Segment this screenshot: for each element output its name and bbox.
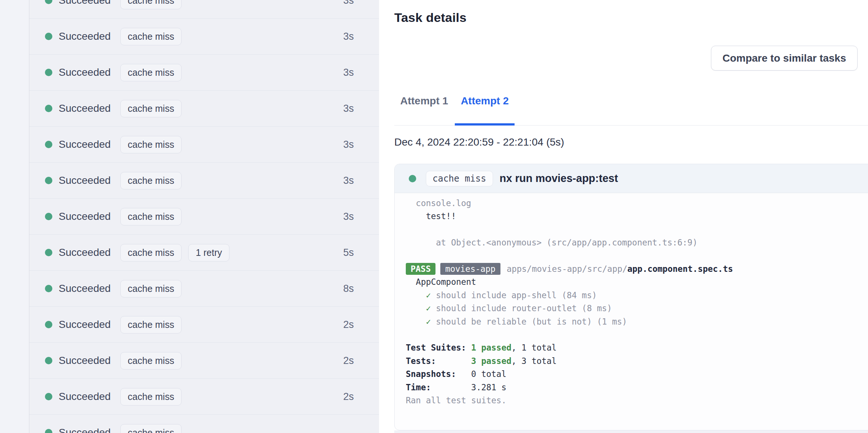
status-success-icon [409,175,416,182]
task-duration: 3s [343,31,354,42]
task-status-label: Succeeded [59,139,111,150]
task-badge: cache miss [120,388,182,406]
task-duration: 5s [343,247,354,258]
task-duration: 3s [343,139,354,150]
status-success-icon [45,69,52,76]
task-badge: cache miss [120,208,182,225]
task-badges: cache miss [120,0,182,9]
task-status-label: Succeeded [59,211,111,222]
task-badges: cache miss [120,424,182,433]
task-duration: 2s [343,391,354,403]
task-row[interactable]: Succeeded cache miss 3s [29,163,379,199]
status-success-icon [45,141,52,148]
task-badges: cache miss [120,64,182,81]
task-badges: cache miss [120,172,182,189]
status-success-icon [45,357,52,364]
task-row[interactable]: Succeeded cache miss [29,415,379,433]
task-badge: cache miss [120,100,182,117]
task-badges: cache miss [120,388,182,406]
cache-status-badge: cache miss [426,171,493,186]
status-success-icon [45,249,52,256]
task-duration: 2s [343,355,354,367]
task-rows: Succeeded cache miss 3s Succeeded cache … [29,0,379,433]
task-status-label: Succeeded [59,319,111,331]
task-duration: 3s [343,175,354,186]
status-success-icon [45,177,52,184]
task-duration: 3s [343,103,354,114]
attempt-tabs: Attempt 1Attempt 2 [394,92,868,126]
page-background-strip [394,430,868,433]
task-card-header[interactable]: cache miss nx run movies-app:test [395,164,868,193]
task-duration: 8s [343,283,354,294]
status-success-icon [45,321,52,328]
task-status-label: Succeeded [59,66,111,78]
task-status-label: Succeeded [59,0,111,6]
task-badge: cache miss [120,244,182,261]
task-card: cache miss nx run movies-app:test consol… [394,164,868,430]
task-row[interactable]: Succeeded cache miss 3s [29,0,379,19]
task-badges: cache miss [120,208,182,225]
status-success-icon [45,33,52,40]
task-list: Succeeded cache miss 3s Succeeded cache … [29,0,379,433]
task-status-label: Succeeded [59,30,111,42]
task-row[interactable]: Succeeded cache miss 3s [29,91,379,127]
status-success-icon [45,429,52,433]
task-badge: cache miss [120,316,182,333]
task-status-label: Succeeded [59,283,111,294]
status-success-icon [45,105,52,112]
status-success-icon [45,285,52,292]
task-row[interactable]: Succeeded cache miss 3s [29,19,379,55]
tab-attempt-1[interactable]: Attempt 1 [394,92,454,126]
page-title: Task details [394,10,467,25]
task-badge: cache miss [120,64,182,81]
task-duration: 3s [343,67,354,78]
task-row[interactable]: Succeeded cache miss 8s [29,271,379,307]
terminal-output[interactable]: console.log test!! at Object.<anonymous>… [395,193,868,407]
task-badge: cache miss [120,280,182,297]
task-badge: cache miss [120,136,182,153]
task-badge: 1 retry [188,244,229,261]
task-status-label: Succeeded [59,427,111,433]
task-badge: cache miss [120,352,182,369]
attempt-time-range: Dec 4, 2024 22:20:59 - 22:21:04 (5s) [394,136,564,148]
task-badges: cache miss1 retry [120,244,229,261]
task-row[interactable]: Succeeded cache miss 2s [29,307,379,343]
task-status-label: Succeeded [59,247,111,258]
task-badge: cache miss [120,28,182,45]
task-row[interactable]: Succeeded cache miss1 retry 5s [29,235,379,271]
task-row[interactable]: Succeeded cache miss 3s [29,127,379,163]
task-details-panel: Task details Compare to similar tasks At… [379,0,868,433]
task-row[interactable]: Succeeded cache miss 2s [29,343,379,379]
task-badge: cache miss [120,0,182,9]
task-badges: cache miss [120,100,182,117]
task-badges: cache miss [120,136,182,153]
task-row[interactable]: Succeeded cache miss 2s [29,379,379,415]
task-badge: cache miss [120,424,182,433]
task-duration: 3s [343,211,354,222]
task-badges: cache miss [120,28,182,45]
task-badges: cache miss [120,280,182,297]
task-badges: cache miss [120,352,182,369]
tab-attempt-2[interactable]: Attempt 2 [455,92,515,126]
task-row[interactable]: Succeeded cache miss 3s [29,199,379,235]
task-status-label: Succeeded [59,391,111,403]
task-row[interactable]: Succeeded cache miss 3s [29,55,379,91]
task-badge: cache miss [120,172,182,189]
task-status-label: Succeeded [59,102,111,114]
compare-to-similar-tasks-button[interactable]: Compare to similar tasks [711,46,858,71]
status-success-icon [45,393,52,400]
task-status-label: Succeeded [59,355,111,367]
task-status-label: Succeeded [59,175,111,186]
task-badges: cache miss [120,316,182,333]
task-duration: 2s [343,319,354,331]
task-command-title: nx run movies-app:test [500,172,618,185]
task-duration: 3s [343,0,354,6]
status-success-icon [45,0,52,4]
status-success-icon [45,213,52,220]
